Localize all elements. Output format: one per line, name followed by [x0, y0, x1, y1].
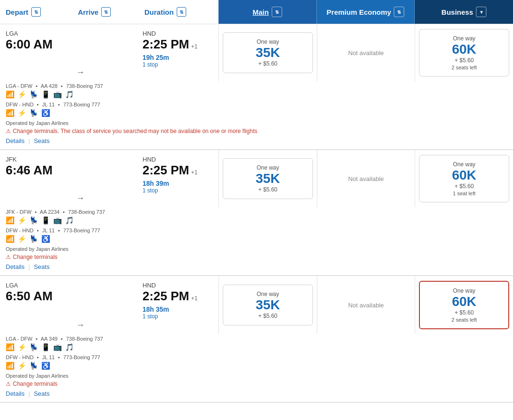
- business-price-col-2[interactable]: One way 60K + $5.60 2 seats left: [415, 276, 513, 334]
- arrive-col-0: →: [76, 24, 142, 81]
- arrive-time-1: 2:25 PM: [142, 163, 189, 178]
- price-card[interactable]: One way 60K + $5.60 2 seats left: [419, 281, 509, 329]
- premium-price-col-0: Not available: [317, 24, 415, 81]
- arrive-sort-icon[interactable]: ⇅: [101, 7, 111, 17]
- leg2-amenities-0: 📶⚡💺♿: [6, 109, 507, 117]
- duration-header[interactable]: Duration ⇅: [142, 0, 218, 24]
- one-way-label: One way: [425, 287, 504, 294]
- leg2-flight-2: JL 11: [42, 354, 55, 360]
- wifi-icon: 📶: [6, 362, 15, 370]
- link-separator-1: |: [28, 263, 30, 270]
- wifi-icon: 📶: [6, 90, 15, 99]
- flight-block-2: LGA 6:50 AM → HND 2:25 PM +1: [0, 276, 513, 403]
- depart-airport-1: JFK: [6, 156, 70, 163]
- premium-price-col-1: Not available: [317, 150, 415, 207]
- depart-label: Depart: [6, 8, 28, 16]
- phone-icon: 📱: [41, 90, 50, 99]
- change-terminals-short-text-2: Change terminals: [13, 381, 57, 387]
- warning-icon-0: ⚠: [6, 128, 11, 134]
- one-way-label: One way: [228, 291, 308, 297]
- price-fee: + $5.60: [228, 313, 308, 319]
- arrive-airport-2: HND: [142, 282, 156, 289]
- price-card[interactable]: One way 35K + $5.60: [223, 32, 313, 73]
- arrive-col-1: →: [76, 150, 142, 207]
- power-icon: ⚡: [18, 90, 27, 99]
- price-fee: + $5.60: [425, 309, 504, 316]
- price-amount: 60K: [424, 42, 504, 57]
- seat-icon: 💺: [29, 235, 38, 243]
- leg1-aircraft-0: 738-Boeing 737: [66, 83, 103, 89]
- main-price-col-0[interactable]: One way 35K + $5.60: [218, 24, 317, 81]
- depart-time-2: 6:50 AM: [6, 289, 70, 304]
- music-icon: 🎵: [65, 216, 74, 225]
- leg-details-0: LGA - DFW ▪ AA 428 ▪ 738-Boeing 737 📶⚡💺📱…: [0, 81, 513, 149]
- wifi-icon: 📶: [6, 235, 15, 243]
- leg2-aircraft-2: 773-Boeing 777: [63, 354, 100, 360]
- one-way-label: One way: [424, 161, 504, 168]
- details-btn-1[interactable]: Details: [6, 263, 25, 270]
- change-terminals-short-1[interactable]: ⚠ Change terminals: [6, 254, 507, 260]
- premium-economy-header[interactable]: Premium Economy ⇅: [317, 0, 415, 24]
- seats-left: 1 seat left: [424, 191, 504, 196]
- main-cabin-sort-icon[interactable]: ⇅: [272, 7, 282, 17]
- flight-top-row-0: LGA 6:00 AM → HND 2:25 PM +1: [0, 24, 513, 81]
- main-cabin-header[interactable]: Main ⇅: [218, 0, 317, 24]
- price-amount: 35K: [228, 297, 308, 313]
- arrow-icon-2: →: [76, 320, 88, 330]
- price-amount: 35K: [228, 45, 308, 60]
- price-card[interactable]: One way 35K + $5.60: [223, 285, 313, 325]
- wifi-icon: 📶: [6, 109, 15, 117]
- arrive-duration-col-2: HND 2:25 PM +1 18h 35m 1 stop: [142, 276, 218, 334]
- phone-icon: 📱: [41, 343, 50, 352]
- business-header[interactable]: Business ▾: [415, 0, 513, 24]
- tv-icon: 📺: [53, 90, 62, 99]
- depart-header[interactable]: Depart ⇅: [0, 0, 76, 24]
- premium-price-col-2: Not available: [317, 276, 415, 334]
- seat-icon: 💺: [29, 90, 38, 99]
- change-terminals-full-0[interactable]: ⚠ Change terminals. The class of service…: [6, 128, 507, 134]
- power-icon: ⚡: [18, 343, 27, 352]
- depart-airport-0: LGA: [6, 30, 70, 37]
- seats-btn-1[interactable]: Seats: [34, 263, 49, 270]
- leg2-2: DFW - HND ▪ JL 11 ▪ 773-Boeing 777: [6, 354, 507, 360]
- main-price-col-2[interactable]: One way 35K + $5.60: [218, 276, 317, 334]
- power-icon: ⚡: [18, 216, 27, 225]
- depart-sort-icon[interactable]: ⇅: [31, 7, 41, 17]
- main-price-col-1[interactable]: One way 35K + $5.60: [218, 150, 317, 207]
- arrow-icon-0: →: [76, 67, 88, 77]
- link-separator-2: |: [28, 390, 30, 397]
- details-btn-2[interactable]: Details: [6, 390, 25, 397]
- price-card[interactable]: One way 35K + $5.60: [223, 158, 313, 199]
- premium-economy-sort-icon[interactable]: ⇅: [394, 7, 404, 17]
- power-icon: ⚡: [18, 362, 27, 370]
- details-btn-0[interactable]: Details: [6, 137, 25, 144]
- arrive-header[interactable]: Arrive ⇅: [76, 0, 142, 24]
- arrive-duration-col-0: HND 2:25 PM +1 19h 25m 1 stop: [142, 24, 218, 81]
- operated-by-2: Operated by Japan Airlines: [6, 373, 507, 379]
- business-price-col-0[interactable]: One way 60K + $5.60 2 seats left: [415, 24, 513, 81]
- seats-btn-2[interactable]: Seats: [34, 390, 49, 397]
- business-price-col-1[interactable]: One way 60K + $5.60 1 seat left: [415, 150, 513, 207]
- change-terminals-short-2[interactable]: ⚠ Change terminals: [6, 381, 507, 387]
- seat-icon: 💺: [29, 109, 38, 117]
- one-way-label: One way: [228, 164, 308, 171]
- duration-label: Duration: [144, 8, 174, 16]
- phone-icon: 📱: [41, 216, 50, 225]
- one-way-label: One way: [228, 38, 308, 45]
- price-amount: 60K: [425, 294, 504, 309]
- not-available-label: Not available: [321, 49, 411, 57]
- flight-top-row-1: JFK 6:46 AM → HND 2:25 PM +1: [0, 150, 513, 207]
- arrow-row-2: →: [76, 320, 142, 330]
- duration-sort-icon[interactable]: ⇅: [177, 7, 186, 17]
- wifi-icon: 📶: [6, 216, 15, 225]
- price-card[interactable]: One way 60K + $5.60 2 seats left: [419, 29, 509, 76]
- business-sort-icon[interactable]: ▾: [476, 7, 486, 17]
- price-fee: + $5.60: [228, 60, 308, 67]
- price-card[interactable]: One way 60K + $5.60 1 seat left: [419, 155, 509, 202]
- premium-economy-label: Premium Economy: [327, 8, 391, 16]
- leg2-0: DFW - HND ▪ JL 11 ▪ 773-Boeing 777: [6, 102, 507, 107]
- leg2-aircraft-0: 773-Boeing 777: [63, 102, 100, 107]
- depart-time-1: 6:46 AM: [6, 163, 70, 178]
- depart-time-0: 6:00 AM: [6, 37, 70, 52]
- seats-btn-0[interactable]: Seats: [34, 137, 49, 144]
